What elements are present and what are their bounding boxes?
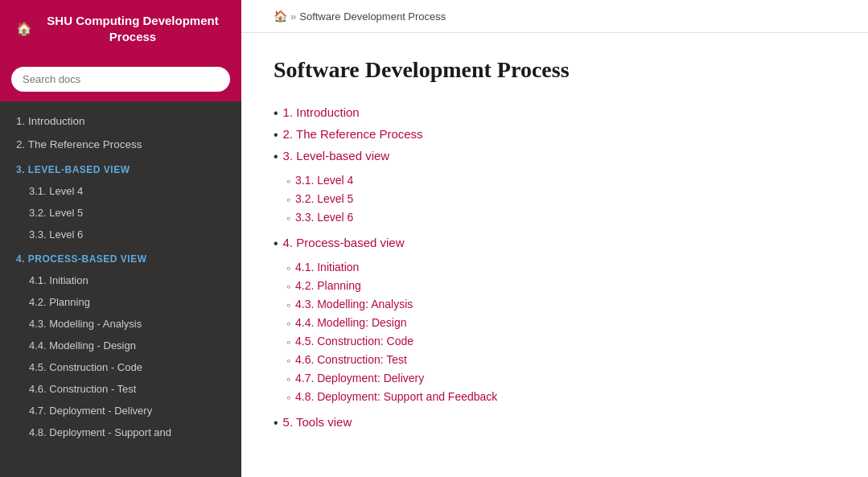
- sidebar-item-reference-process[interactable]: 2. The Reference Process: [0, 133, 241, 156]
- sidebar-item-construction-test[interactable]: 4.6. Construction - Test: [0, 378, 241, 400]
- toc-link-construction-test[interactable]: 4.6. Construction: Test: [295, 353, 407, 366]
- sidebar-header: 🏠 SHU Computing Development Process: [0, 0, 241, 57]
- sidebar: 🏠 SHU Computing Development Process 1. I…: [0, 0, 241, 477]
- toc-item-reference-process: 2. The Reference Process: [274, 127, 836, 142]
- toc-sub-item-modelling-design: 4.4. Modelling: Design: [286, 316, 497, 330]
- toc-link-level4[interactable]: 3.1. Level 4: [295, 174, 353, 187]
- toc-link-level6[interactable]: 3.3. Level 6: [295, 211, 353, 224]
- toc-link-initiation[interactable]: 4.1. Initiation: [295, 261, 359, 273]
- toc-link-process-based[interactable]: 4. Process-based view: [283, 236, 405, 249]
- home-icon: 🏠: [16, 21, 32, 36]
- toc-sub-item-initiation: 4.1. Initiation: [286, 261, 497, 274]
- sidebar-section-process-based[interactable]: 4. PROCESS-BASED VIEW: [0, 245, 241, 269]
- search-input[interactable]: [11, 67, 230, 92]
- toc-link-planning[interactable]: 4.2. Planning: [295, 279, 361, 292]
- sidebar-item-planning[interactable]: 4.2. Planning: [0, 291, 241, 313]
- toc-sub-item-deployment-delivery: 4.7. Deployment: Delivery: [286, 372, 497, 385]
- toc-link-modelling-analysis[interactable]: 4.3. Modelling: Analysis: [295, 298, 413, 310]
- page-title: Software Development Process: [274, 57, 836, 83]
- sidebar-item-level5[interactable]: 3.2. Level 5: [0, 202, 241, 224]
- toc-item-level-based-row: 3. Level-based view: [274, 149, 389, 164]
- toc-sub-level: 3.1. Level 4 3.2. Level 5 3.3. Level 6: [286, 174, 353, 229]
- breadcrumb-current-page: Software Development Process: [299, 10, 446, 23]
- toc-list: 1. Introduction 2. The Reference Process…: [274, 105, 836, 430]
- toc-item-introduction: 1. Introduction: [274, 105, 836, 121]
- sidebar-item-deployment-delivery[interactable]: 4.7. Deployment - Delivery: [0, 400, 241, 421]
- sidebar-section-level-based[interactable]: 3. LEVEL-BASED VIEW: [0, 156, 241, 180]
- toc-link-modelling-design[interactable]: 4.4. Modelling: Design: [295, 316, 407, 329]
- toc-item-process-based-row: 4. Process-based view: [274, 236, 405, 251]
- sidebar-title[interactable]: SHU Computing Development Process: [40, 13, 225, 44]
- toc-link-introduction[interactable]: 1. Introduction: [283, 105, 360, 119]
- sidebar-item-construction-code[interactable]: 4.5. Construction - Code: [0, 356, 241, 378]
- toc-sub-process: 4.1. Initiation 4.2. Planning 4.3. Model…: [286, 261, 497, 409]
- toc-link-deployment-delivery[interactable]: 4.7. Deployment: Delivery: [295, 372, 424, 384]
- sidebar-item-initiation[interactable]: 4.1. Initiation: [0, 269, 241, 291]
- toc-link-tools[interactable]: 5. Tools view: [283, 415, 352, 429]
- toc-item-process-based: 4. Process-based view 4.1. Initiation 4.…: [274, 236, 836, 409]
- search-box: [0, 57, 241, 101]
- breadcrumb: 🏠 » Software Development Process: [241, 0, 868, 33]
- toc-link-deployment-support[interactable]: 4.8. Deployment: Support and Feedback: [295, 390, 497, 403]
- sidebar-item-modelling-design[interactable]: 4.4. Modelling - Design: [0, 335, 241, 356]
- toc-link-level-based[interactable]: 3. Level-based view: [283, 149, 390, 162]
- toc-sub-item-level5: 3.2. Level 5: [286, 192, 353, 206]
- toc-link-reference-process[interactable]: 2. The Reference Process: [283, 127, 423, 141]
- toc-item-tools: 5. Tools view: [274, 415, 836, 430]
- sidebar-nav: 1. Introduction 2. The Reference Process…: [0, 101, 241, 477]
- toc-sub-item-deployment-support: 4.8. Deployment: Support and Feedback: [286, 390, 497, 404]
- main-content: 🏠 » Software Development Process Softwar…: [241, 0, 868, 477]
- sidebar-item-deployment-support[interactable]: 4.8. Deployment - Support and: [0, 421, 241, 443]
- toc-item-level-based: 3. Level-based view 3.1. Level 4 3.2. Le…: [274, 149, 836, 229]
- sidebar-item-modelling-analysis[interactable]: 4.3. Modelling - Analysis: [0, 313, 241, 335]
- toc-link-construction-code[interactable]: 4.5. Construction: Code: [295, 335, 413, 347]
- sidebar-item-introduction[interactable]: 1. Introduction: [0, 109, 241, 133]
- sidebar-item-level4[interactable]: 3.1. Level 4: [0, 180, 241, 202]
- toc-sub-item-construction-test: 4.6. Construction: Test: [286, 353, 497, 367]
- toc-link-level5[interactable]: 3.2. Level 5: [295, 192, 353, 205]
- sidebar-item-level6[interactable]: 3.3. Level 6: [0, 224, 241, 245]
- toc-sub-item-level4: 3.1. Level 4: [286, 174, 353, 187]
- toc-sub-item-planning: 4.2. Planning: [286, 279, 497, 293]
- breadcrumb-separator: »: [290, 10, 296, 23]
- content-area: Software Development Process 1. Introduc…: [241, 33, 868, 477]
- toc-sub-item-modelling-analysis: 4.3. Modelling: Analysis: [286, 298, 497, 311]
- breadcrumb-home-icon[interactable]: 🏠: [274, 10, 287, 23]
- toc-sub-item-construction-code: 4.5. Construction: Code: [286, 335, 497, 348]
- toc-sub-item-level6: 3.3. Level 6: [286, 211, 353, 224]
